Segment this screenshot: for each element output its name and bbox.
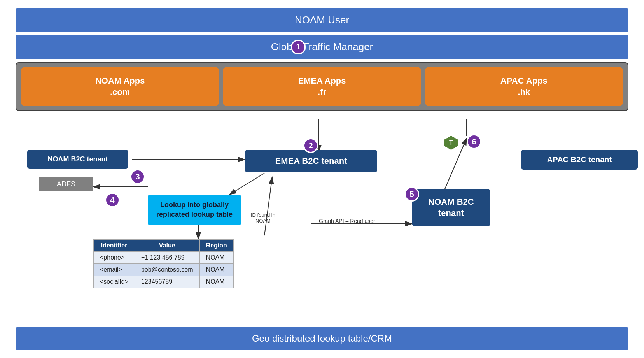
badge-5: 5 xyxy=(404,187,419,202)
badge-6: 6 xyxy=(467,134,481,149)
main-area: 2 NOAM B2C tenant ADFS 3 EMEA B2C tenant… xyxy=(16,119,628,344)
noam-user-bar: NOAM User xyxy=(16,8,628,32)
table-row: <phone> +1 123 456 789 NOAM xyxy=(94,252,234,264)
table-row: <socialId> 123456789 NOAM xyxy=(94,276,234,288)
col-region: Region xyxy=(200,240,233,252)
badge-1: 1 xyxy=(291,40,306,54)
token-icon: T xyxy=(443,135,459,151)
apac-apps-box: APAC Apps .hk xyxy=(425,67,623,106)
lookup-box: Lookup into globally replicated lookup t… xyxy=(148,195,241,225)
badge-2: 2 xyxy=(303,138,318,153)
gtm-bar: Global Traffic Manager xyxy=(16,35,628,59)
noam-b2c-left: NOAM B2C tenant xyxy=(27,150,128,169)
svg-line-6 xyxy=(229,173,264,195)
token-label: T xyxy=(449,140,453,146)
bottom-bar: Geo distributed lookup table/CRM xyxy=(16,327,628,350)
diagram-container: NOAM User 1 Global Traffic Manager NOAM … xyxy=(0,0,644,358)
col-identifier: Identifier xyxy=(94,240,135,252)
apac-b2c: APAC B2C tenant xyxy=(521,150,638,170)
id-found-label: ID found inNOAM xyxy=(251,212,275,224)
gtm-row: 1 Global Traffic Manager xyxy=(16,35,628,59)
badge-4: 4 xyxy=(105,193,120,207)
noam-apps-box: NOAM Apps .com xyxy=(21,67,219,106)
badge-3: 3 xyxy=(130,169,145,184)
lookup-data-table: Identifier Value Region <phone> +1 123 4… xyxy=(93,239,234,288)
graph-api-label: Graph API – Read user xyxy=(319,218,375,224)
emea-b2c: EMEA B2C tenant xyxy=(245,150,377,172)
emea-apps-box: EMEA Apps .fr xyxy=(223,67,421,106)
adfs-box: ADFS xyxy=(39,177,93,191)
col-value: Value xyxy=(135,240,200,252)
apps-row: NOAM Apps .com EMEA Apps .fr APAC Apps .… xyxy=(16,62,628,111)
table-row: <email> bob@contoso.com NOAM xyxy=(94,264,234,276)
svg-line-7 xyxy=(264,177,272,235)
noam-b2c-right: NOAM B2C tenant xyxy=(412,189,490,226)
